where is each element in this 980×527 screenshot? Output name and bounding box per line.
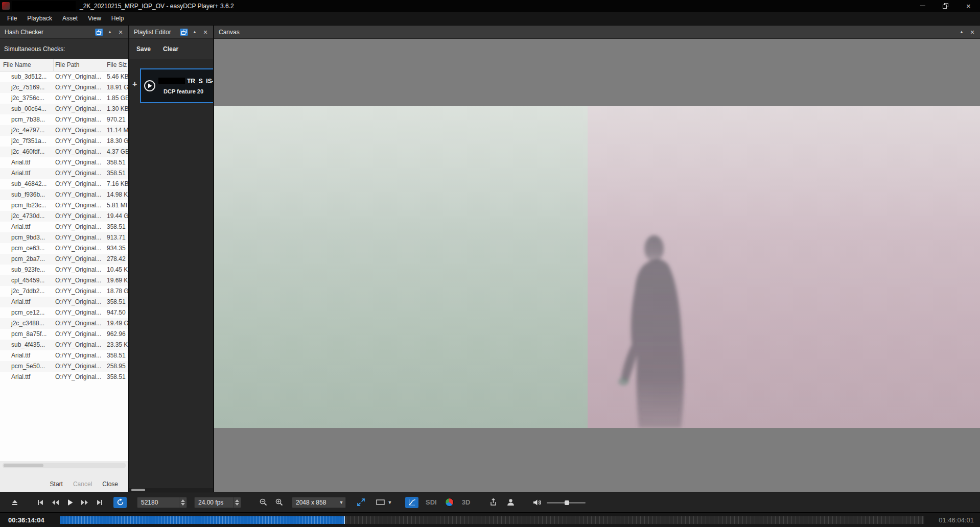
file-table-row[interactable]: Arial.ttf O:/YY_Original... 358.51 [0, 157, 128, 168]
playlist-item-play-button[interactable] [141, 80, 158, 91]
file-table-row[interactable]: j2c_7ddb2... O:/YY_Original... 18.78 G [0, 286, 128, 297]
file-table-row[interactable]: cpl_45459... O:/YY_Original... 19.69 K [0, 275, 128, 286]
close-panel-button[interactable]: × [116, 28, 125, 37]
file-table-row[interactable]: pcm_7b38... O:/YY_Original... 970.21 [0, 114, 128, 125]
scrollbar-thumb[interactable] [131, 489, 145, 491]
cancel-button[interactable]: Cancel [73, 481, 92, 488]
file-table-row[interactable]: j2c_4e797... O:/YY_Original... 11.14 M [0, 125, 128, 136]
float-panel-button[interactable] [179, 28, 189, 37]
rewind-button[interactable] [50, 497, 61, 508]
file-table-row[interactable]: pcm_5e50... O:/YY_Original... 258.95 [0, 361, 128, 372]
file-table-row[interactable]: Arial.ttf O:/YY_Original... 358.51 [0, 168, 128, 179]
aspect-ratio-caret-icon[interactable]: ▼ [386, 500, 394, 505]
framerate-input[interactable]: 24.00 fps [194, 497, 241, 508]
spinner-down-icon[interactable] [181, 503, 185, 506]
frame-number-input[interactable]: 52180 [137, 497, 187, 508]
hash-checker-buttons: Start Cancel Close [0, 481, 128, 488]
file-path-cell: O:/YY_Original... [54, 361, 105, 372]
file-table-row[interactable]: j2c_3756c... O:/YY_Original... 1.85 GE [0, 93, 128, 104]
clear-playlist-button[interactable]: Clear [163, 45, 178, 53]
aspect-ratio-button[interactable] [375, 497, 386, 508]
timeline-track[interactable] [60, 516, 924, 524]
file-table-row[interactable]: j2c_c3488... O:/YY_Original... 19.49 G [0, 318, 128, 329]
file-table-row[interactable]: Arial.ttf O:/YY_Original... 358.51 [0, 222, 128, 232]
file-table-header: File Name File Path File Siz [0, 59, 128, 71]
frame-number-spinner[interactable] [179, 497, 186, 508]
collapse-panel-button[interactable]: ▲ [190, 28, 199, 37]
file-table-row[interactable]: j2c_4730d... O:/YY_Original... 19.44 G [0, 211, 128, 222]
volume-slider[interactable] [547, 499, 586, 506]
menu-item-file[interactable]: File [2, 12, 22, 26]
file-table-row[interactable]: j2c_75169... O:/YY_Original... 18.91 G [0, 82, 128, 93]
loop-toggle[interactable] [113, 497, 127, 508]
float-panel-button[interactable] [95, 28, 104, 37]
restore-button[interactable] [934, 0, 957, 12]
add-playlist-item-button[interactable]: + [132, 80, 137, 89]
file-path-cell: O:/YY_Original... [54, 211, 105, 222]
start-button[interactable]: Start [50, 481, 63, 488]
close-panel-button[interactable]: × [201, 28, 210, 37]
close-dialog-button[interactable]: Close [102, 481, 118, 488]
menu-item-playback[interactable]: Playback [22, 12, 57, 26]
playlist-item[interactable]: TR_S_IS- DCP feature 20 [140, 68, 213, 103]
stereo-3d-button[interactable]: 3D [462, 498, 471, 506]
file-table-row[interactable]: pcm_8a75f... O:/YY_Original... 962.96 [0, 329, 128, 340]
menu-item-help[interactable]: Help [106, 12, 129, 26]
skip-to-start-button[interactable] [35, 497, 46, 508]
file-table-row[interactable]: sub_f936b... O:/YY_Original... 14.98 K [0, 189, 128, 200]
minimize-button[interactable] [911, 0, 934, 12]
file-table-row[interactable]: j2c_7f351a... O:/YY_Original... 18.30 G [0, 136, 128, 147]
menu-item-asset[interactable]: Asset [57, 12, 83, 26]
file-name-cell: sub_3d512... [0, 71, 54, 82]
user-certificate-button[interactable] [505, 497, 516, 508]
fit-to-window-toggle[interactable] [355, 497, 366, 508]
file-table-row[interactable]: pcm_2ba7... O:/YY_Original... 278.42 [0, 254, 128, 265]
color-processing-toggle[interactable] [405, 497, 418, 508]
mute-button[interactable] [531, 497, 543, 508]
file-table-row[interactable]: pcm_9bd3... O:/YY_Original... 913.71 [0, 232, 128, 243]
rgb-channels-button[interactable] [445, 498, 454, 507]
file-table-row[interactable]: pcm_fb23c... O:/YY_Original... 5.81 MI [0, 200, 128, 211]
file-table-row[interactable]: sub_923fe... O:/YY_Original... 10.45 K [0, 265, 128, 275]
collapse-panel-button[interactable]: ▲ [105, 28, 114, 37]
file-size-cell: 4.37 GE [105, 147, 128, 157]
float-panel-icon [95, 29, 103, 36]
file-table-row[interactable]: Arial.ttf O:/YY_Original... 358.51 [0, 350, 128, 361]
sdi-output-button[interactable]: SDI [426, 498, 437, 506]
export-button[interactable] [487, 497, 499, 508]
file-table-row[interactable]: Arial.ttf O:/YY_Original... 358.51 [0, 297, 128, 307]
file-table-row[interactable]: sub_00c64... O:/YY_Original... 1.30 KB [0, 104, 128, 114]
eject-button[interactable] [9, 497, 20, 508]
column-header-file-path[interactable]: File Path [54, 59, 105, 71]
play-button[interactable] [64, 497, 76, 508]
volume-thumb[interactable] [565, 500, 569, 505]
file-table-row[interactable]: pcm_ce63... O:/YY_Original... 934.35 [0, 243, 128, 254]
file-table-row[interactable]: pcm_ce12... O:/YY_Original... 947.50 [0, 307, 128, 318]
framerate-spinner[interactable] [233, 497, 241, 508]
playlist-horizontal-scrollbar[interactable] [129, 488, 213, 492]
file-table-row[interactable]: j2c_460fdf... O:/YY_Original... 4.37 GE [0, 147, 128, 157]
save-playlist-button[interactable]: Save [136, 45, 151, 53]
column-header-file-size[interactable]: File Siz [105, 59, 128, 71]
resolution-select[interactable]: 2048 x 858 ▼ [292, 497, 346, 508]
file-table-row[interactable]: sub_46842... O:/YY_Original... 7.16 KB [0, 179, 128, 189]
menu-item-view[interactable]: View [83, 12, 106, 26]
collapse-panel-button[interactable]: ▲ [957, 28, 966, 37]
spinner-down-icon[interactable] [235, 503, 239, 506]
file-table-row[interactable]: Arial.ttf O:/YY_Original... 358.51 [0, 372, 128, 382]
skip-to-end-button[interactable] [94, 497, 105, 508]
scrollbar-thumb[interactable] [4, 464, 43, 467]
canvas-viewport[interactable] [214, 39, 980, 492]
zoom-out-button[interactable] [258, 497, 269, 508]
spinner-up-icon[interactable] [235, 499, 239, 502]
column-header-file-name[interactable]: File Name [0, 59, 54, 71]
file-table-row[interactable]: sub_3d512... O:/YY_Original... 5.46 KB [0, 71, 128, 82]
fast-forward-button[interactable] [79, 497, 90, 508]
spinner-up-icon[interactable] [181, 499, 185, 502]
close-button[interactable]: × [957, 0, 980, 12]
zoom-in-button[interactable] [273, 497, 285, 508]
file-table-row[interactable]: sub_4f435... O:/YY_Original... 23.35 K [0, 340, 128, 350]
canvas-header: Canvas ▲ × [214, 26, 980, 39]
close-panel-button[interactable]: × [968, 28, 977, 37]
horizontal-scrollbar[interactable] [3, 463, 126, 468]
